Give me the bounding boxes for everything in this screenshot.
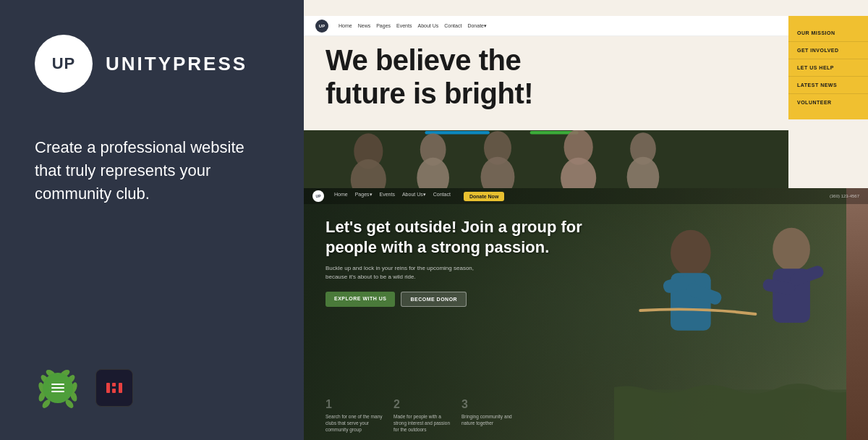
nav-contact: Contact — [444, 23, 461, 29]
logo-area: UP UNITYPRESS — [35, 35, 247, 93]
nav-donate: Donate▾ — [467, 23, 487, 29]
bottom-features: 1 Search for one of the many clubs that … — [326, 398, 586, 433]
nav-pages: Pages — [376, 23, 391, 29]
bottom-hero-headline: Let's get outside! Join a group for peop… — [326, 217, 586, 257]
right-photo-strip — [846, 188, 868, 440]
bottom-nav: UP Home Pages▾ Events About Us▾ Contact … — [304, 188, 868, 204]
svg-rect-13 — [119, 383, 122, 393]
bottom-nav-contact: Contact — [433, 192, 451, 201]
svg-rect-10 — [106, 383, 110, 393]
people-image — [304, 130, 788, 188]
bottom-nav-about: About Us▾ — [402, 192, 426, 201]
feature-1: 1 Search for one of the many clubs that … — [326, 398, 383, 433]
nav-home: Home — [339, 23, 352, 29]
svg-rect-12 — [112, 389, 116, 393]
hero-content: We believe the future is bright! — [326, 43, 752, 110]
feature-2: 2 Made for people with a strong interest… — [393, 398, 451, 433]
feature-2-text: Made for people with a strong interest a… — [393, 413, 451, 433]
svg-rect-11 — [112, 383, 116, 386]
yellow-menu-latest-news[interactable]: LATEST NEWS — [788, 77, 868, 94]
mini-nav: UP Home News Pages Events About Us Conta… — [304, 16, 868, 36]
cta-explore-button[interactable]: EXPLORE WITH US — [326, 292, 395, 307]
bottom-nav-logo: UP — [312, 190, 324, 202]
bottom-section: UP Home Pages▾ Events About Us▾ Contact … — [304, 188, 868, 440]
logo-circle: UP — [35, 35, 93, 93]
elementor-badge — [95, 369, 133, 407]
nav-logo-small: UP — [315, 20, 328, 33]
feature-3: 3 Bringing community and nature together — [461, 398, 519, 433]
left-panel: UP UNITYPRESS Create a professional webs… — [0, 0, 304, 440]
cta-buttons: EXPLORE WITH US BECOME DONOR — [326, 292, 586, 307]
yellow-menu-our-mission[interactable]: OUR MISSION — [788, 25, 868, 42]
feature-1-text: Search for one of the many clubs that se… — [326, 413, 383, 433]
top-section: UP Home News Pages Events About Us Conta… — [304, 0, 868, 188]
wreath-inner — [43, 373, 73, 403]
nav-events: Events — [396, 23, 412, 29]
nav-logo-text: UP — [319, 24, 325, 28]
bottom-nav-home: Home — [334, 192, 348, 201]
tagline: Create a professional website that truly… — [35, 136, 252, 206]
feature-1-num: 1 — [326, 398, 383, 411]
bottom-hero-subtext: Buckle up and lock in your reins for the… — [326, 264, 485, 282]
nav-news: News — [358, 23, 371, 29]
feature-3-text: Bringing community and nature together — [461, 413, 519, 426]
feature-2-num: 2 — [393, 398, 451, 411]
yellow-menu-volunteer[interactable]: VOLUNTEER — [788, 94, 868, 111]
bottom-hero-content: Let's get outside! Join a group for peop… — [326, 217, 586, 307]
people-strip — [304, 130, 788, 188]
yellow-menu-get-involved[interactable]: GET INVOLVED — [788, 42, 868, 59]
bottom-nav-pages: Pages▾ — [355, 192, 373, 201]
yellow-menu-let-us-help[interactable]: LET US HELP — [788, 59, 868, 77]
wpml-badge — [35, 365, 81, 411]
bottom-nav-events: Events — [380, 192, 395, 201]
headline-line1: We believe the — [326, 44, 521, 76]
yellow-sidebar: OUR MISSION GET INVOLVED LET US HELP LAT… — [788, 16, 868, 119]
bottom-phone: (360) 123-4567 — [830, 194, 859, 198]
nav-links: Home News Pages Events About Us Contact … — [339, 23, 487, 29]
hamburger-icon — [51, 384, 64, 392]
headline-line2: future is bright! — [326, 77, 533, 109]
hero-headline: We believe the future is bright! — [326, 43, 752, 110]
outdoor-people — [614, 188, 868, 440]
bottom-nav-items: Home Pages▾ Events About Us▾ Contact Don… — [334, 192, 504, 201]
right-panel: UP Home News Pages Events About Us Conta… — [304, 0, 868, 440]
nav-about: About Us — [417, 23, 438, 29]
bottom-donate-button[interactable]: Donate Now — [464, 192, 504, 201]
cta-donor-button[interactable]: BECOME DONOR — [401, 292, 467, 307]
feature-3-num: 3 — [461, 398, 519, 411]
logo-initials: UP — [52, 54, 76, 73]
svg-point-31 — [773, 228, 810, 271]
brand-name: UNITYPRESS — [106, 53, 247, 75]
badges-area — [35, 365, 133, 411]
svg-point-27 — [671, 230, 711, 276]
